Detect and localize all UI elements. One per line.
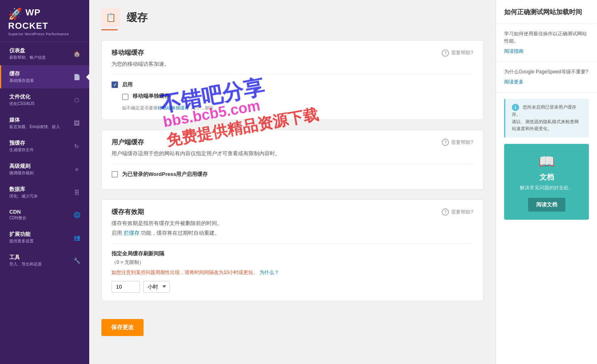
enable-user-cache-checkbox[interactable] xyxy=(112,171,118,178)
preload-link[interactable]: 拦缓存 xyxy=(124,230,140,236)
expiry-input-row: 小时 xyxy=(112,281,473,293)
info-card: i 您尚未启用已登录用户缓存存。请以、测览器的隐私模式来检查网站速度和外观变化。 xyxy=(504,99,589,137)
enable-user-cache-row: 为已登录的WordPress用户启用缓存 xyxy=(112,171,473,178)
expiry-divider xyxy=(112,243,473,244)
doc-card: 📖 文档 解决常见问题的好去处。 阅读文档 xyxy=(504,144,589,220)
sidebar-item-advanced-rules[interactable]: 高级规则 微调缓存规则 ≡ xyxy=(0,158,89,181)
enable-mobile-cache-row: 启用 xyxy=(112,81,473,88)
user-cache-title: 用户端缓存 xyxy=(112,138,144,147)
doc-card-btn[interactable]: 阅读文档 xyxy=(528,198,565,212)
user-cache-section: 用户端缓存 ? 需要帮助? 用户端缓存适用于您的网站有内容仅指定用户才可查看或有… xyxy=(101,130,483,190)
user-cache-header: 用户端缓存 ? 需要帮助? xyxy=(112,138,473,147)
enable-mobile-cache-label[interactable]: 启用 xyxy=(112,81,133,88)
logo-area: 🚀 WP ROCKET Superior WordPress Performan… xyxy=(0,0,89,42)
expiry-unit-select[interactable]: 小时 xyxy=(143,281,170,293)
sidebar-item-database[interactable]: 数据库 优化、减少冗余 🗄 xyxy=(0,181,89,204)
card1-link[interactable]: 阅读指南 xyxy=(504,48,524,54)
sidebar-item-dashboard[interactable]: 仪表盘 获取帮助、账户信息 🏠 xyxy=(0,42,89,65)
cache-expiry-desc1: 缓存有效期是指所有缓存文件被删除前的时间。 xyxy=(112,220,473,227)
cache-expiry-help[interactable]: ? 需要帮助? xyxy=(442,208,473,216)
page-divider xyxy=(101,29,118,30)
sidebar-item-tools[interactable]: 工具 导入、导出和还原 🔧 xyxy=(0,249,89,272)
expiry-input[interactable] xyxy=(112,281,140,293)
separate-cache-note: 如不确定是否要将移动端单独缓存，2个…都应， xyxy=(122,105,473,111)
database-icon: 🗄 xyxy=(72,188,81,197)
sidebar-item-cdn[interactable]: CDN CDN整合 🌐 xyxy=(0,204,89,226)
file-optimize-icon: ⬡ xyxy=(72,96,81,105)
separate-cache-row: 移动端单独缓存 如不确定是否要将移动端单独缓存，2个…都应， xyxy=(122,92,473,111)
mobile-cache-section: 移动端缓存 ? 需要帮助? 为您的移动端访客加速。 启用 xyxy=(101,40,483,120)
mobile-cache-title: 移动端缓存 xyxy=(112,49,144,57)
logo-subtitle: Superior WordPress Performance xyxy=(8,32,81,36)
addons-icon: 👥 xyxy=(72,233,81,242)
doc-icon: 📖 xyxy=(512,154,581,169)
separate-cache-checkbox-row: 移动端单独缓存 xyxy=(122,92,473,101)
page-header: 📋 缓存 xyxy=(101,8,483,27)
mobile-cache-header: 移动端缓存 ? 需要帮助? xyxy=(112,49,473,57)
cache-expiry-help-icon: ? xyxy=(442,208,449,216)
tools-icon: 🔧 xyxy=(72,256,81,265)
user-cache-desc: 用户端缓存适用于您的网站有内容仅指定用户才可查看或有限制内容时。 xyxy=(112,150,473,157)
mobile-cache-help[interactable]: ? 需要帮助? xyxy=(442,49,473,57)
card1-text: 学习如何使用最佳操作以正确测试网站性能。 xyxy=(504,30,589,45)
card2-text: 为什么Google PageSpeed等级不重要? xyxy=(504,68,589,75)
why-link[interactable]: 为什么？ xyxy=(260,270,279,275)
separate-cache-checkbox[interactable] xyxy=(122,94,129,100)
user-cache-help-icon: ? xyxy=(442,139,449,146)
preload-icon: ↻ xyxy=(72,142,81,151)
user-cache-help[interactable]: ? 需要帮助? xyxy=(442,139,473,146)
doc-card-desc: 解决常见问题的好去处。 xyxy=(512,184,581,191)
cache-expiry-section: 缓存有效期 ? 需要帮助? 缓存有效期是指所有缓存文件被删除前的时间。 启用 拦… xyxy=(101,199,483,301)
sidebar-item-cache[interactable]: 缓存 基础缓存选项 📄 xyxy=(0,65,89,88)
sidebar: 🚀 WP ROCKET Superior WordPress Performan… xyxy=(0,0,89,364)
cache-expiry-header: 缓存有效期 ? 需要帮助? xyxy=(112,208,473,216)
media-icon: 🖼 xyxy=(72,119,81,128)
page-icon: 📋 xyxy=(101,8,120,27)
right-card-2: 为什么Google PageSpeed等级不重要? 阅读更多 xyxy=(496,62,597,92)
center-panel: 📋 缓存 移动端缓存 ? 需要帮助? 为您的移动端访客加速。 xyxy=(89,0,496,364)
expiry-warning: 如您注意到某些问题周期性出现，请将时间间隔改为10小时或更短。 为什么？ xyxy=(112,269,473,276)
dashboard-icon: 🏠 xyxy=(72,49,81,58)
main-content: 📋 缓存 移动端缓存 ? 需要帮助? 为您的移动端访客加速。 xyxy=(89,0,597,364)
rocket-icon: 🚀 xyxy=(8,7,22,21)
right-panel-title: 如何正确测试网站加载时间 xyxy=(496,0,597,24)
info-icon: i xyxy=(512,104,519,111)
page-title: 缓存 xyxy=(127,11,148,25)
nav-arrow xyxy=(86,74,89,80)
advanced-rules-icon: ≡ xyxy=(72,165,81,174)
cache-expiry-title: 缓存有效期 xyxy=(112,208,144,216)
sidebar-item-file-optimize[interactable]: 文件优化 优化CSS和JS ⬡ xyxy=(0,88,89,111)
cdn-icon: 🌐 xyxy=(72,210,81,219)
cache-icon: 📄 xyxy=(72,73,81,81)
sidebar-item-preload[interactable]: 预缓存 生成缓存文件 ↻ xyxy=(0,135,89,158)
divider xyxy=(112,74,473,75)
right-card-1: 学习如何使用最佳操作以正确测试网站性能。 阅读指南 xyxy=(496,24,597,62)
interval-label: 指定全局缓存刷新间隔 xyxy=(112,250,473,257)
card2-link[interactable]: 阅读更多 xyxy=(504,79,524,85)
enable-mobile-cache-checkbox[interactable] xyxy=(112,81,118,88)
enable-user-cache-label[interactable]: 为已登录的WordPress用户启用缓存 xyxy=(112,171,208,178)
doc-card-title: 文档 xyxy=(512,172,581,182)
content-area: 📋 缓存 移动端缓存 ? 需要帮助? 为您的移动端访客加速。 xyxy=(89,0,597,364)
user-cache-divider xyxy=(112,164,473,164)
save-button[interactable]: 保存更改 xyxy=(101,319,144,336)
help-icon: ? xyxy=(442,49,449,57)
interval-sublabel: （0 = 无限制） xyxy=(112,259,473,266)
separate-cache-link[interactable]: 移动端单独缓存 xyxy=(158,105,189,110)
sidebar-item-media[interactable]: 媒体 延迟加载、Emoji表情、嵌入 🖼 xyxy=(0,111,89,135)
cache-expiry-desc2: 启用 拦缓存 功能，缓存将在过期时自动重建。 xyxy=(112,229,473,237)
separate-cache-label[interactable]: 移动端单独缓存 xyxy=(122,92,170,101)
sidebar-item-addons[interactable]: 扩展功能 提供更多设置 👥 xyxy=(0,226,89,249)
mobile-cache-desc: 为您的移动端访客加速。 xyxy=(112,60,473,68)
right-panel: 如何正确测试网站加载时间 学习如何使用最佳操作以正确测试网站性能。 阅读指南 为… xyxy=(496,0,597,364)
